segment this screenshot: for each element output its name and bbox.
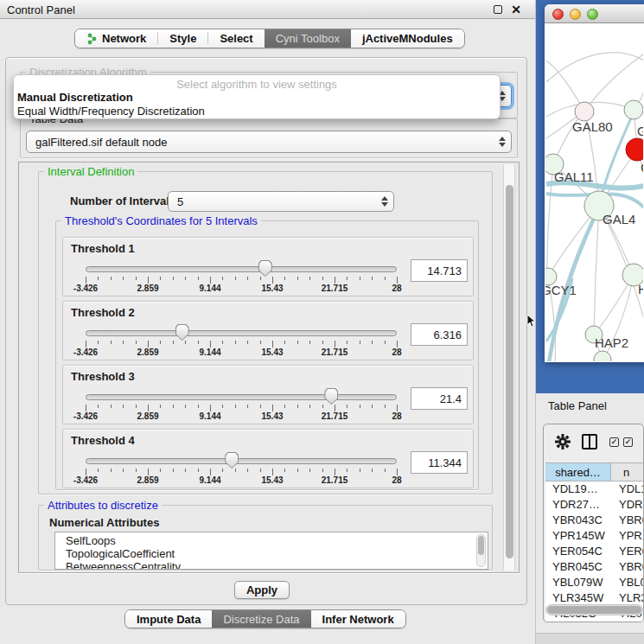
tick-mark [136, 341, 137, 344]
network-edge [594, 206, 599, 333]
tab-jactivemnodules[interactable]: jActiveMNodules [351, 29, 464, 48]
table-cell: YDL1 [611, 481, 644, 497]
tab-cyni-toolbox[interactable]: Cyni Toolbox [265, 29, 351, 48]
threshold-value-field[interactable]: 11.344 [411, 451, 468, 474]
slider-thumb[interactable] [324, 388, 338, 405]
interval-definition-group: Interval Definition Number of Intervals … [38, 171, 493, 494]
numerical-attributes-list[interactable]: SelfLoopsTopologicalCoefficientBetweenne… [54, 532, 488, 570]
table-cell: YDR2 [611, 497, 644, 513]
slider-ticks [86, 405, 397, 411]
tick-label: 21.715 [322, 475, 348, 485]
dropdown-prompt[interactable]: Select algorithm to view settings [14, 75, 500, 91]
table-row[interactable]: YBL079WYBL0 [545, 575, 644, 590]
close-traffic-light-icon[interactable] [552, 9, 564, 20]
tab-select[interactable]: Select [208, 29, 264, 48]
table-cell: YPR1 [611, 528, 644, 544]
tick-mark [247, 341, 248, 344]
network-view-window[interactable]: GAL80GACGAL11GAL4GCY1HHAP2 [545, 4, 644, 362]
attribute-list-item[interactable]: BetweennessCentrality [55, 560, 488, 570]
column-header-name[interactable]: n [611, 463, 644, 481]
tick-label: 9.144 [199, 348, 220, 357]
network-node[interactable] [626, 138, 643, 161]
tick-mark [198, 405, 199, 408]
tick-mark [123, 405, 124, 408]
network-node[interactable] [594, 351, 611, 361]
threshold-value-field[interactable]: 6.316 [411, 323, 468, 346]
network-window-titlebar[interactable] [545, 4, 644, 23]
slider-thumb[interactable] [225, 452, 239, 469]
threshold-value-field[interactable]: 14.713 [411, 259, 468, 282]
slider-track[interactable] [86, 266, 397, 272]
number-of-intervals-combobox[interactable]: 5 [168, 191, 394, 212]
threshold-panel: Threshold 3-3.4262.8599.14415.4321.71528… [62, 365, 474, 424]
table-row[interactable]: YDL19…YDL1 [545, 481, 644, 497]
table-row[interactable]: YPR145WYPR1 [545, 528, 644, 544]
attributes-scrollbar[interactable] [476, 534, 486, 567]
tick-mark [260, 277, 261, 280]
slider-thumb-face [325, 389, 337, 404]
network-canvas[interactable]: GAL80GACGAL11GAL4GCY1HHAP2 [545, 23, 643, 361]
table-data-value: galFiltered.sif default node [27, 136, 494, 149]
tick-mark [335, 341, 335, 348]
table-horizontal-scrollbar[interactable] [545, 604, 643, 615]
scrollbar-thumb[interactable] [506, 185, 513, 558]
tab-infer-network[interactable]: Infer Network [311, 610, 405, 628]
apply-button[interactable]: Apply [234, 581, 290, 599]
table-data-combobox[interactable]: galFiltered.sif default node [26, 131, 512, 153]
columns-icon[interactable] [582, 434, 597, 450]
dropdown-option-manual[interactable]: Manual Discretization [14, 91, 500, 105]
attribute-list-item[interactable]: SelfLoops [55, 532, 488, 547]
tab-impute-data[interactable]: Impute Data [125, 610, 212, 628]
network-edge [546, 53, 643, 82]
panel-vertical-scrollbar[interactable] [503, 164, 515, 571]
checkbox-icon[interactable]: ✓ [623, 437, 633, 447]
network-node-label: HAP2 [595, 335, 628, 350]
threshold-value-field[interactable]: 21.4 [411, 387, 468, 410]
threshold-label: Threshold 1 [71, 242, 135, 255]
attribute-list-item[interactable]: TopologicalCoefficient [55, 547, 488, 560]
dropdown-option-equal-width[interactable]: Equal Width/Frequency Discretization [14, 105, 500, 118]
checkbox-icon[interactable]: ✓ [609, 437, 619, 447]
table-row[interactable]: YER054CYER0 [545, 544, 644, 559]
tab-network[interactable]: Network [75, 29, 157, 48]
tick-mark [148, 405, 149, 411]
slider-track[interactable] [86, 394, 397, 400]
gear-icon[interactable] [555, 434, 571, 450]
tick-mark [272, 405, 273, 411]
slider-track[interactable] [86, 458, 397, 464]
table-row[interactable]: YDR27…YDR2 [545, 497, 644, 513]
slider-thumb[interactable] [175, 324, 189, 341]
network-graph[interactable]: GAL80GACGAL11GAL4GCY1HHAP2 [545, 23, 643, 361]
scrollbar-thumb[interactable] [547, 606, 641, 614]
tick-mark [123, 341, 124, 344]
table-row[interactable]: YBR045CYBR0 [545, 559, 644, 575]
tick-label: 9.144 [199, 284, 220, 293]
network-graph-icon [86, 33, 98, 45]
column-header-shared[interactable]: shared… [545, 463, 611, 481]
slider-tick-labels: -3.4262.8599.14415.4321.71528 [86, 475, 397, 486]
combobox-stepper-icon[interactable] [494, 131, 511, 152]
tick-mark [385, 277, 386, 280]
tick-mark [235, 469, 236, 472]
slider-track[interactable] [86, 330, 397, 336]
table-row[interactable]: YBR043CYBR0 [545, 513, 644, 528]
tick-mark [98, 469, 99, 472]
tab-impute-data-label: Impute Data [137, 613, 201, 626]
close-icon[interactable]: ✕ [511, 2, 521, 17]
zoom-traffic-light-icon[interactable] [587, 9, 598, 20]
table-toolbar: ✓ ✓ [544, 424, 643, 461]
tab-style[interactable]: Style [158, 29, 207, 48]
network-node[interactable] [575, 102, 594, 121]
float-window-icon[interactable] [494, 5, 502, 14]
tick-mark [260, 341, 261, 344]
tab-discretize-data[interactable]: Discretize Data [212, 610, 310, 628]
slider-thumb[interactable] [258, 260, 272, 277]
tick-mark [210, 277, 211, 284]
tick-label: 2.859 [137, 284, 158, 293]
minimize-traffic-light-icon[interactable] [570, 9, 581, 20]
network-node[interactable] [624, 100, 643, 119]
tick-mark [235, 341, 236, 344]
combobox-stepper-icon[interactable] [376, 192, 393, 211]
scrollbar-thumb[interactable] [478, 536, 484, 555]
network-edge [547, 164, 553, 268]
